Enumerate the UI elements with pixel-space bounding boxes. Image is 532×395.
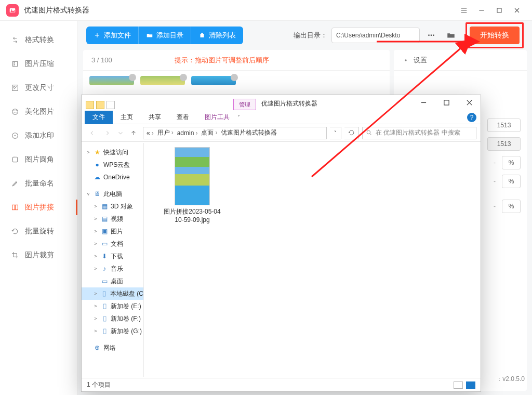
- explorer-file-list[interactable]: 图片拼接2023-05-04 10-59-09.jpg: [144, 143, 481, 377]
- sidebar-item-watermark[interactable]: 添加水印: [0, 124, 77, 148]
- open-folder-button[interactable]: [443, 28, 459, 43]
- sidebar-item-rename[interactable]: 批量命名: [0, 172, 77, 195]
- ribbon-tab-file[interactable]: 文件: [85, 111, 113, 124]
- tree-item[interactable]: ⊕网络: [82, 341, 143, 354]
- tree-icon: ▭: [100, 240, 109, 248]
- file-name: 图片拼接2023-05-04 10-59-09.jpg: [158, 207, 226, 223]
- sidebar-item-convert[interactable]: 格式转换: [0, 28, 77, 52]
- tree-item[interactable]: >♪音乐: [82, 262, 143, 275]
- explorer-contextual-tab[interactable]: 管理: [233, 99, 256, 110]
- settings-label: 设置: [414, 56, 427, 65]
- breadcrumb-seg[interactable]: «: [147, 129, 155, 137]
- convert-icon: [10, 35, 20, 45]
- start-convert-button[interactable]: 开始转换: [470, 27, 520, 44]
- sidebar-item-rotate[interactable]: 批量旋转: [0, 219, 77, 243]
- sidebar-item-resize[interactable]: 更改尺寸: [0, 76, 77, 100]
- breadcrumb-seg[interactable]: 桌面: [201, 128, 219, 137]
- explorer-minimize-button[interactable]: [412, 95, 435, 110]
- explorer-search-input[interactable]: 在 优速图片格式转换器 中搜索: [362, 127, 476, 139]
- breadcrumb-seg[interactable]: admin: [177, 129, 200, 137]
- minimize-button[interactable]: [473, 2, 490, 19]
- explorer-quick-icons[interactable]: [82, 99, 119, 111]
- tree-item[interactable]: v🖥此电脑: [82, 188, 143, 200]
- unit-value[interactable]: %: [502, 175, 521, 188]
- help-icon[interactable]: ?: [467, 113, 476, 122]
- breadcrumb-seg[interactable]: 优速图片格式转换器: [221, 128, 280, 137]
- view-mode-toggle[interactable]: [454, 381, 475, 389]
- titlebar: 优速图片格式转换器: [0, 0, 532, 21]
- tree-item[interactable]: >⌷本地磁盘 (C: [82, 287, 143, 300]
- nav-up-button[interactable]: [127, 127, 140, 139]
- explorer-window-title: 优速图片格式转换器: [261, 99, 317, 108]
- sidebar: 格式转换 图片压缩 更改尺寸 美化图片 添加水印 图片圆角 批量命名 图片拼接 …: [0, 21, 78, 395]
- start-label: 开始转换: [480, 31, 509, 40]
- tree-item[interactable]: >★快速访问: [82, 146, 143, 159]
- sidebar-item-crop[interactable]: 图片裁剪: [0, 243, 77, 267]
- thumbnail[interactable]: [191, 76, 236, 85]
- tree-icon: ▦: [100, 202, 109, 210]
- app-title: 优速图片格式转换器: [24, 6, 89, 15]
- explorer-maximize-button[interactable]: [435, 95, 458, 110]
- output-dir-input[interactable]: [331, 28, 420, 43]
- menu-button[interactable]: [455, 2, 473, 19]
- sidebar-item-stitch[interactable]: 图片拼接: [0, 195, 77, 219]
- tree-item[interactable]: >▭文档: [82, 238, 143, 250]
- tree-item[interactable]: >▦3D 对象: [82, 200, 143, 213]
- tree-item[interactable]: ▭桌面: [82, 275, 143, 287]
- tree-icon: ★: [93, 148, 101, 156]
- add-dir-label: 添加目录: [156, 31, 183, 40]
- unit-value[interactable]: %: [502, 200, 521, 213]
- tree-item[interactable]: ●WPS云盘: [82, 159, 143, 171]
- sidebar-item-label: 图片压缩: [25, 59, 54, 69]
- ribbon-expand-icon[interactable]: ˅: [237, 114, 240, 120]
- sidebar-item-corner[interactable]: 图片圆角: [0, 148, 77, 172]
- svg-point-12: [367, 130, 370, 134]
- tree-item[interactable]: >⌷新加卷 (E:): [82, 300, 143, 312]
- add-file-label: 添加文件: [104, 31, 131, 40]
- beautify-icon: [10, 107, 20, 116]
- ribbon-tab-picture-tools[interactable]: 图片工具: [197, 111, 237, 124]
- address-box[interactable]: « 用户 admin 桌面 优速图片格式转换器: [143, 127, 327, 139]
- tree-item[interactable]: ☁OneDrive: [82, 171, 143, 183]
- explorer-status-bar: 1 个项目: [82, 378, 481, 391]
- clear-list-button[interactable]: 清除列表: [191, 27, 243, 44]
- ribbon-tab-home[interactable]: 主页: [113, 111, 141, 124]
- height-value[interactable]: 1513: [487, 137, 521, 151]
- thumbnail[interactable]: [140, 76, 185, 85]
- add-dir-button[interactable]: 添加目录: [139, 27, 191, 44]
- status-text: 1 个项目: [87, 380, 111, 389]
- tree-icon: ●: [93, 161, 101, 169]
- thumbnail[interactable]: [89, 76, 134, 85]
- refresh-button[interactable]: [344, 127, 359, 139]
- tree-item[interactable]: >⌷新加卷 (F:): [82, 312, 143, 325]
- unit-value[interactable]: %: [502, 156, 521, 169]
- close-button[interactable]: [508, 2, 526, 19]
- breadcrumb-seg[interactable]: 用户: [157, 128, 175, 137]
- nav-back-button[interactable]: [86, 127, 98, 139]
- svg-rect-2: [497, 8, 501, 12]
- tree-item[interactable]: >▣图片: [82, 225, 143, 238]
- sidebar-item-label: 图片拼接: [25, 203, 54, 212]
- sidebar-item-beautify[interactable]: 美化图片: [0, 100, 77, 124]
- nav-forward-button[interactable]: [101, 127, 114, 139]
- sidebar-item-compress[interactable]: 图片压缩: [0, 52, 77, 76]
- toolbar-button-group: 添加文件 添加目录 清除列表: [86, 27, 243, 44]
- version-label: ：v2.0.5.0: [496, 375, 525, 384]
- width-value[interactable]: 1513: [487, 118, 521, 132]
- settings-header: 设置: [394, 50, 527, 71]
- file-item[interactable]: 图片拼接2023-05-04 10-59-09.jpg: [158, 147, 226, 223]
- explorer-titlebar[interactable]: 管理 优速图片格式转换器: [82, 95, 481, 111]
- explorer-close-button[interactable]: [458, 95, 481, 110]
- file-explorer-window: 管理 优速图片格式转换器 文件 主页 共享 查看 图片工具 ˅ ? « 用户 a…: [81, 95, 481, 392]
- output-more-button[interactable]: ···: [423, 28, 440, 43]
- nav-history-button[interactable]: [117, 127, 124, 139]
- ribbon-tab-share[interactable]: 共享: [141, 111, 169, 124]
- tree-item[interactable]: >⌷新加卷 (G:): [82, 325, 143, 337]
- address-dropdown-button[interactable]: ˅: [330, 127, 341, 139]
- tree-item[interactable]: >⬇下载: [82, 250, 143, 262]
- add-file-button[interactable]: 添加文件: [86, 27, 139, 44]
- tree-item[interactable]: >▤视频: [82, 213, 143, 225]
- ribbon-tab-view[interactable]: 查看: [169, 111, 197, 124]
- sidebar-item-label: 批量命名: [25, 179, 54, 188]
- maximize-button[interactable]: [490, 2, 508, 19]
